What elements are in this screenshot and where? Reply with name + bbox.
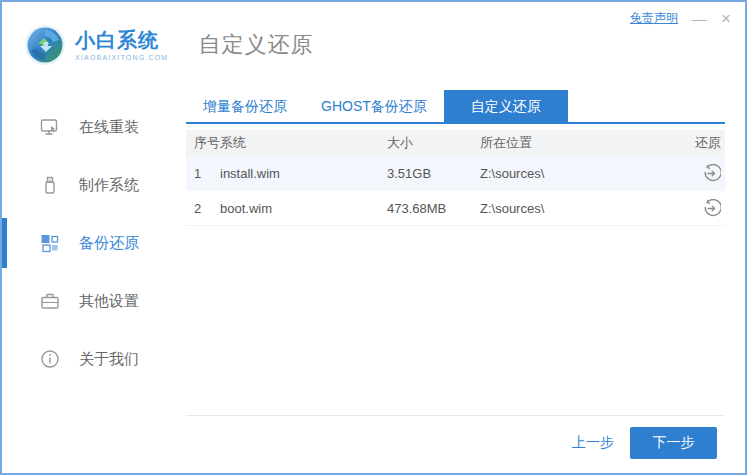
table-header-row: 序号 系统 大小 所在位置 还原 xyxy=(186,130,725,156)
close-icon[interactable]: × xyxy=(721,10,731,27)
sidebar-item-backup-restore[interactable]: 备份还原 xyxy=(2,214,186,272)
sidebar-item-online-reinstall[interactable]: 在线重装 xyxy=(2,98,186,156)
sidebar-item-label: 在线重装 xyxy=(79,118,139,137)
app-window: 免责声明 — × 小白系统 xyxy=(0,0,747,475)
tab-incremental-backup-restore[interactable]: 增量备份还原 xyxy=(186,90,304,122)
cell-location: Z:\sources\ xyxy=(480,201,661,216)
sidebar-item-label: 备份还原 xyxy=(79,234,139,253)
cell-index: 2 xyxy=(194,201,220,216)
sidebar: 在线重装 制作系统 xyxy=(2,88,186,473)
sidebar-item-about-us[interactable]: 关于我们 xyxy=(2,330,186,388)
sidebar-item-label: 关于我们 xyxy=(79,350,139,369)
col-header-location: 所在位置 xyxy=(480,134,661,152)
cell-size: 473.68MB xyxy=(387,201,480,216)
cell-system: boot.wim xyxy=(220,201,387,216)
backup-blocks-icon xyxy=(40,233,60,253)
usb-drive-icon xyxy=(40,175,60,195)
col-header-restore: 还原 xyxy=(661,134,721,152)
prev-step-button[interactable]: 上一步 xyxy=(572,434,614,452)
sidebar-item-make-system[interactable]: 制作系统 xyxy=(2,156,186,214)
app-body: 在线重装 制作系统 xyxy=(2,88,745,473)
monitor-reinstall-icon xyxy=(40,117,60,137)
table-row: 1 install.wim 3.51GB Z:\sources\ xyxy=(186,156,725,191)
brand-domain: XIAOBAIXITONG.COM xyxy=(75,54,168,61)
col-header-system: 系统 xyxy=(220,134,387,152)
cell-location: Z:\sources\ xyxy=(480,166,661,181)
cell-system: install.wim xyxy=(220,166,387,181)
wizard-footer: 上一步 下一步 xyxy=(186,415,725,473)
backup-table: 序号 系统 大小 所在位置 还原 1 install.wim 3.51GB Z:… xyxy=(186,130,725,226)
toolbox-icon xyxy=(40,291,60,311)
disclaimer-link[interactable]: 免责声明 xyxy=(630,10,678,27)
cell-index: 1 xyxy=(194,166,220,181)
sidebar-item-other-settings[interactable]: 其他设置 xyxy=(2,272,186,330)
main-content: 增量备份还原 GHOST备份还原 自定义还原 序号 系统 大小 所在位置 还原 … xyxy=(186,88,745,473)
brand-logo-icon xyxy=(24,24,66,66)
tab-custom-restore[interactable]: 自定义还原 xyxy=(444,90,568,122)
next-step-button[interactable]: 下一步 xyxy=(630,427,717,459)
tab-bar: 增量备份还原 GHOST备份还原 自定义还原 xyxy=(186,90,725,124)
cell-size: 3.51GB xyxy=(387,166,480,181)
minimize-icon[interactable]: — xyxy=(692,11,707,26)
page-title: 自定义还原 xyxy=(198,30,313,60)
table-row: 2 boot.wim 473.68MB Z:\sources\ xyxy=(186,191,725,226)
titlebar-controls: 免责声明 — × xyxy=(630,10,731,27)
sidebar-item-label: 其他设置 xyxy=(79,292,139,311)
info-circle-icon xyxy=(40,349,60,369)
col-header-index: 序号 xyxy=(194,134,220,152)
restore-action-icon[interactable] xyxy=(702,164,721,183)
brand-name: 小白系统 xyxy=(75,29,168,52)
tab-ghost-backup-restore[interactable]: GHOST备份还原 xyxy=(304,90,444,122)
active-indicator-bar xyxy=(2,218,7,268)
restore-action-icon[interactable] xyxy=(702,199,721,218)
sidebar-item-label: 制作系统 xyxy=(79,176,139,195)
col-header-size: 大小 xyxy=(387,134,480,152)
brand-text: 小白系统 XIAOBAIXITONG.COM xyxy=(75,29,168,61)
